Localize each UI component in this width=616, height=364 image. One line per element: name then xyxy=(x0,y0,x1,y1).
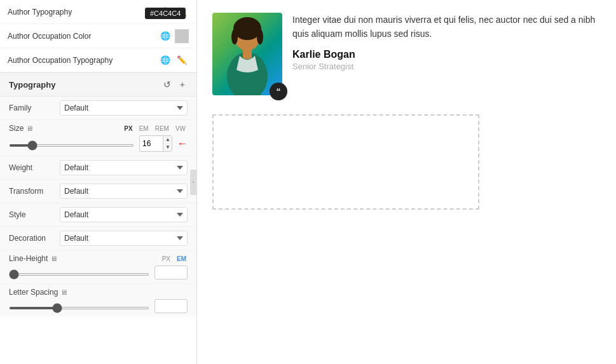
lh-em-button[interactable]: EM xyxy=(175,255,188,263)
collapse-handle[interactable]: ‹ xyxy=(190,170,196,195)
size-text: Size xyxy=(9,124,24,133)
ls-slider-wrap xyxy=(9,302,149,311)
weight-select[interactable]: Default 100200300 400500600 700800900 xyxy=(60,160,188,175)
testimonial-body: Integer vitae dui non mauris viverra et … xyxy=(292,13,601,41)
quote-symbol: “ xyxy=(277,86,281,97)
lh-input[interactable] xyxy=(154,266,188,280)
card-text: Integer vitae dui non mauris viverra et … xyxy=(292,13,601,71)
size-increment-button[interactable]: ▲ xyxy=(163,136,172,144)
globe-icon-1[interactable]: 🌐 xyxy=(158,29,172,43)
lh-slider-wrap xyxy=(9,268,149,278)
author-occupation-typography-icons: 🌐 ✏️ xyxy=(158,53,189,67)
author-occupation: Senior Strategist xyxy=(292,62,601,71)
family-row: Family Default Arial Georgia Helvetica T… xyxy=(0,97,196,120)
letter-spacing-bottom xyxy=(9,299,188,313)
decoration-label: Decoration xyxy=(9,234,60,243)
avatar-image xyxy=(212,13,282,95)
letter-spacing-label: Letter Spacing 🖥 xyxy=(9,288,188,297)
line-height-section: Line-Height 🖥 PX EM xyxy=(0,250,196,284)
style-label: Style xyxy=(9,210,60,219)
left-panel: Author Typography 🌐 ✏️ #C4C4C4 Author Oc… xyxy=(0,0,197,364)
size-label: Size 🖥 xyxy=(9,124,33,133)
svg-point-2 xyxy=(231,29,238,44)
transform-select[interactable]: Default Uppercase Lowercase Capitalize xyxy=(60,184,188,199)
typography-title: Typography xyxy=(9,80,161,90)
transform-row: Transform Default Uppercase Lowercase Ca… xyxy=(0,180,196,203)
unit-px-button[interactable]: PX xyxy=(122,125,134,133)
size-number-input[interactable] xyxy=(140,137,163,150)
family-label: Family xyxy=(9,104,60,112)
testimonial-card: “ Integer vitae dui non mauris viverra e… xyxy=(197,0,616,108)
weight-row: Weight Default 100200300 400500600 70080… xyxy=(0,156,196,180)
right-content: “ Integer vitae dui non mauris viverra e… xyxy=(197,0,616,364)
family-select[interactable]: Default Arial Georgia Helvetica Times Ne… xyxy=(60,100,188,116)
author-occupation-typography-row: Author Occupation Typography 🌐 ✏️ xyxy=(0,48,196,72)
empty-placeholder-box xyxy=(212,114,479,210)
style-select[interactable]: Default Normal Italic Oblique xyxy=(60,207,188,222)
author-occupation-color-row: Author Occupation Color 🌐 ← xyxy=(0,24,196,48)
quote-bubble: “ xyxy=(270,83,287,100)
author-occupation-color-icons: 🌐 xyxy=(158,29,189,43)
letter-spacing-text: Letter Spacing xyxy=(9,288,58,297)
color-swatch[interactable] xyxy=(175,29,189,43)
ls-slider[interactable] xyxy=(9,307,149,309)
transform-label: Transform xyxy=(9,187,60,196)
author-occupation-typography-label: Author Occupation Typography xyxy=(8,56,158,65)
size-red-arrow: ← xyxy=(177,138,188,149)
typography-actions: ↺ + xyxy=(161,78,188,91)
style-control: Default Normal Italic Oblique xyxy=(60,207,188,222)
monitor-icon: 🖥 xyxy=(26,125,33,132)
reset-typography-button[interactable]: ↺ xyxy=(161,78,174,91)
svg-point-3 xyxy=(257,29,263,44)
line-height-text: Line-Height xyxy=(9,254,48,263)
color-tooltip: #C4C4C4 xyxy=(145,8,186,19)
decoration-row: Decoration Default Underline Overline Li… xyxy=(0,227,196,250)
ls-input[interactable] xyxy=(154,299,188,313)
unit-vw-button[interactable]: VW xyxy=(174,125,188,133)
ls-monitor-icon: 🖥 xyxy=(60,288,67,296)
author-occupation-color-label: Author Occupation Color xyxy=(8,32,158,41)
line-height-label: Line-Height 🖥 xyxy=(9,254,161,263)
author-typography-label: Author Typography xyxy=(8,8,158,17)
letter-spacing-top: Letter Spacing 🖥 xyxy=(9,288,188,297)
size-slider[interactable] xyxy=(9,144,134,147)
globe-icon-2[interactable]: 🌐 xyxy=(158,53,172,67)
lh-slider[interactable] xyxy=(9,273,149,276)
lh-px-button[interactable]: PX xyxy=(161,255,172,263)
unit-em-button[interactable]: EM xyxy=(137,125,151,133)
unit-buttons: PX EM REM VW xyxy=(122,125,188,133)
author-typography-row: Author Typography 🌐 ✏️ #C4C4C4 xyxy=(0,0,196,24)
lh-monitor-icon: 🖥 xyxy=(50,255,57,262)
author-name: Karlie Bogan xyxy=(292,49,601,60)
family-control: Default Arial Georgia Helvetica Times Ne… xyxy=(60,100,188,116)
unit-rem-button[interactable]: REM xyxy=(153,125,171,133)
decoration-control: Default Underline Overline Line-Through … xyxy=(60,231,188,246)
weight-label: Weight xyxy=(9,163,60,172)
avatar-svg xyxy=(212,13,282,95)
avatar-wrap: “ xyxy=(212,13,282,95)
transform-control: Default Uppercase Lowercase Capitalize xyxy=(60,184,188,199)
size-spin-buttons: ▲ ▼ xyxy=(163,136,172,151)
size-row-bottom: ▲ ▼ ← xyxy=(9,135,188,152)
decoration-select[interactable]: Default Underline Overline Line-Through … xyxy=(60,231,188,246)
add-typography-button[interactable]: + xyxy=(177,78,188,91)
line-height-units: PX EM xyxy=(161,255,188,263)
weight-control: Default 100200300 400500600 700800900 xyxy=(60,160,188,175)
style-row: Style Default Normal Italic Oblique xyxy=(0,203,196,227)
typography-section: Typography ↺ + Family Default Arial Geor… xyxy=(0,72,196,317)
typography-header: Typography ↺ + xyxy=(0,73,196,97)
size-decrement-button[interactable]: ▼ xyxy=(163,144,172,151)
letter-spacing-section: Letter Spacing 🖥 xyxy=(0,284,196,317)
size-row-top: Size 🖥 PX EM REM VW xyxy=(9,124,188,133)
svg-rect-5 xyxy=(243,48,252,59)
size-row: Size 🖥 PX EM REM VW ▲ ▼ xyxy=(0,120,196,156)
pencil-icon-2[interactable]: ✏️ xyxy=(175,53,189,67)
line-height-top: Line-Height 🖥 PX EM xyxy=(9,254,188,263)
size-slider-wrap xyxy=(9,139,134,149)
line-height-bottom xyxy=(9,266,188,280)
size-number-wrap: ▲ ▼ xyxy=(139,135,172,152)
